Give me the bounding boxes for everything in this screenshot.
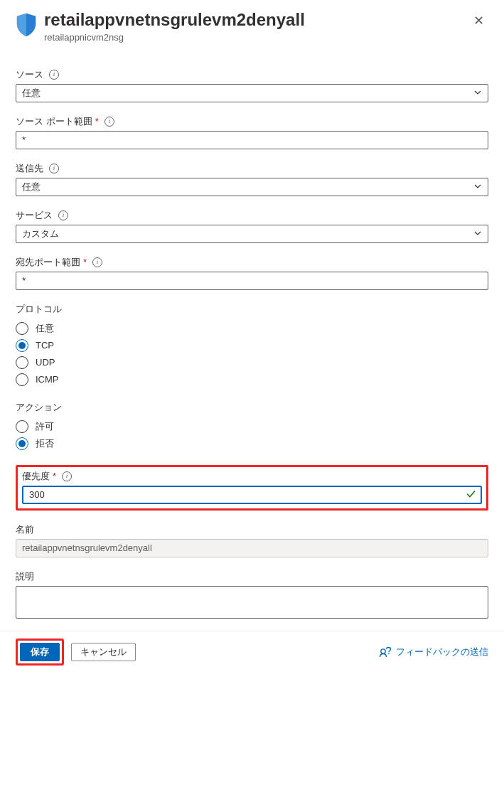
info-icon[interactable]: i [49, 164, 59, 173]
check-icon [465, 488, 476, 501]
required-marker: * [95, 116, 99, 127]
protocol-option-any[interactable]: 任意 [16, 320, 488, 337]
info-icon[interactable]: i [49, 70, 59, 80]
radio-icon [16, 339, 28, 352]
page-subtitle: retailappnicvm2nsg [44, 32, 469, 43]
chevron-down-icon [473, 228, 482, 240]
radio-icon [16, 420, 28, 433]
shield-icon [16, 13, 37, 39]
protocol-option-label: ICMP [36, 374, 59, 385]
save-highlight-box: 保存 [16, 639, 64, 666]
protocol-label: プロトコル [16, 303, 62, 316]
feedback-icon [379, 646, 392, 658]
name-label: 名前 [16, 523, 34, 536]
svg-point-0 [381, 649, 385, 653]
priority-label: 優先度 [22, 470, 50, 483]
source-port-input[interactable] [16, 131, 488, 149]
action-radios: 許可 拒否 [16, 418, 488, 452]
info-icon[interactable]: i [92, 257, 102, 267]
action-option-label: 拒否 [36, 437, 54, 450]
info-icon[interactable]: i [104, 117, 114, 127]
service-value: カスタム [22, 228, 59, 240]
description-textarea[interactable] [16, 586, 488, 619]
source-select[interactable]: 任意 [16, 84, 488, 102]
source-value: 任意 [22, 87, 41, 100]
action-label: アクション [16, 401, 62, 414]
chevron-down-icon [473, 181, 482, 193]
protocol-option-icmp[interactable]: ICMP [16, 371, 488, 388]
radio-icon [16, 373, 28, 386]
protocol-radios: 任意 TCP UDP ICMP [16, 320, 488, 388]
destination-label: 送信先 [16, 162, 43, 175]
save-button[interactable]: 保存 [20, 643, 60, 661]
required-marker: * [83, 257, 87, 267]
feedback-link[interactable]: フィードバックの送信 [379, 646, 488, 658]
radio-icon [16, 437, 28, 450]
protocol-option-udp[interactable]: UDP [16, 354, 488, 371]
action-option-allow[interactable]: 許可 [16, 418, 488, 435]
name-input [16, 539, 488, 557]
cancel-button[interactable]: キャンセル [71, 643, 136, 661]
protocol-option-label: UDP [36, 357, 55, 368]
feedback-label: フィードバックの送信 [396, 646, 488, 658]
required-marker: * [53, 471, 56, 481]
service-label: サービス [16, 209, 53, 222]
protocol-option-label: 任意 [36, 322, 54, 335]
info-icon[interactable]: i [62, 471, 72, 481]
close-icon[interactable]: ✕ [469, 10, 488, 31]
page-title: retailappvnetnsgrulevm2denyall [44, 10, 469, 31]
source-port-label: ソース ポート範囲 [16, 115, 92, 128]
dest-port-label: 宛先ポート範囲 [16, 256, 80, 269]
radio-icon [16, 356, 28, 369]
dest-port-input[interactable] [16, 272, 488, 290]
description-label: 説明 [16, 570, 34, 583]
svg-point-1 [388, 653, 390, 654]
action-option-deny[interactable]: 拒否 [16, 435, 488, 452]
action-option-label: 許可 [36, 420, 54, 433]
protocol-option-tcp[interactable]: TCP [16, 337, 488, 354]
source-label: ソース [16, 68, 43, 81]
protocol-option-label: TCP [36, 340, 54, 351]
chevron-down-icon [473, 87, 482, 99]
priority-highlight-box: 優先度 * i [16, 465, 488, 511]
destination-select[interactable]: 任意 [16, 178, 488, 196]
radio-icon [16, 322, 28, 335]
priority-input[interactable] [22, 486, 482, 504]
destination-value: 任意 [22, 181, 41, 193]
service-select[interactable]: カスタム [16, 225, 488, 243]
info-icon[interactable]: i [58, 210, 68, 220]
